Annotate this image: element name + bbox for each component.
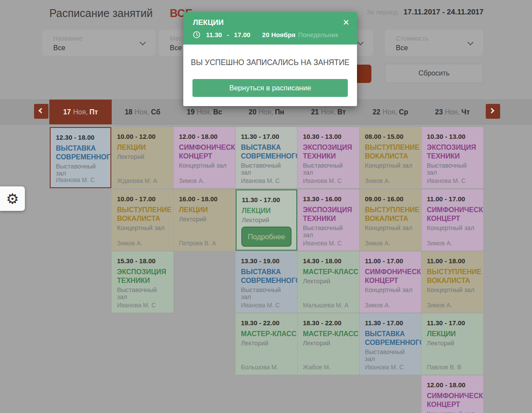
- event-time: 10.30 - 13.00: [303, 133, 354, 140]
- event-time: 11.00 - 18.00: [427, 257, 478, 265]
- event-location: Лекторий: [241, 340, 292, 347]
- event-person: Иванова М. С: [303, 240, 342, 247]
- period-value[interactable]: 17.11.2017 - 24.11.2017: [404, 8, 484, 17]
- event-card-18-3[interactable]: 15.30 - 18.00ЭКСПОЗИЦИЯ ТЕХНИКИВыставочн…: [112, 251, 173, 313]
- modal-body: ВЫ УСПЕШНО ЗАПИСАЛИСЬ НА ЗАНЯТИЕ Вернуть…: [183, 45, 357, 106]
- event-location: Выставочный зал: [303, 162, 354, 176]
- day-tab-mon: Ноя,: [382, 108, 397, 116]
- dropdown-name-value: Все: [53, 44, 65, 52]
- close-icon[interactable]: ✕: [343, 17, 350, 28]
- modal-weekday: Понедельник: [298, 31, 338, 38]
- event-person: Зимов А.: [365, 240, 390, 247]
- clock-icon: [193, 31, 200, 38]
- event-card-23-4[interactable]: 11.30 - 17.00ЛЕКЦИИЛекторийПавлов В. В: [422, 313, 483, 375]
- day-tab-23[interactable]: 23Ноя,Чт: [421, 100, 484, 124]
- event-card-21-4[interactable]: 18.30 - 22.00МАСТЕР-КЛАССЛекторийЖабов М…: [298, 313, 359, 375]
- event-time: 13.30 - 19.00: [241, 257, 292, 265]
- dropdown-cost[interactable]: Стоимость Все: [385, 30, 483, 56]
- chevron-right-icon: [489, 108, 494, 114]
- event-title: ВЫСТУПЛЕНИЕ ВОКАЛИСТА: [365, 206, 421, 223]
- modal-header: ЛЕКЦИИ 11.30 - 17.00 20 Ноября Понедельн…: [183, 12, 357, 45]
- event-time: 11.30 - 17.00: [242, 196, 291, 203]
- next-week-button[interactable]: [486, 104, 500, 119]
- event-card-21-2[interactable]: 13.30 - 16.00ЭКСПОЗИЦИЯ ТЕХНИКИВыставочн…: [298, 189, 359, 251]
- chevron-down-icon: [140, 39, 146, 45]
- event-title: СИМФОНИЧЕСКИЙ КОНЦЕРТ: [427, 206, 483, 223]
- event-card-19-2[interactable]: 16.00 - 18.00ЛЕКЦИИЛекторийПетрова В. А: [174, 189, 235, 251]
- event-person: Павлов В. В: [427, 364, 461, 371]
- event-person: Зимов А.: [179, 177, 204, 184]
- event-location: Концертный зал: [427, 286, 478, 293]
- event-person: Зимов А.: [365, 177, 390, 184]
- event-card-19-1[interactable]: 12.00 - 18.00СИМФОНИЧЕСКИЙ КОНЦЕРТКонцер…: [174, 127, 235, 188]
- event-person: Иванова М. С: [241, 177, 280, 184]
- day-tab-mon: Ноя,: [197, 108, 212, 116]
- dropdown-name[interactable]: Название Все: [42, 30, 155, 56]
- event-title: СИМФОНИЧЕСКИЙ КОНЦЕРТ: [179, 143, 235, 161]
- event-person: Иванова М. С: [303, 177, 342, 184]
- event-person: Иванова М. С: [241, 302, 280, 309]
- event-card-20-4[interactable]: 19.30 - 22.00МАСТЕР-КЛАССЛекторийБольшов…: [236, 313, 297, 375]
- event-card-23-3[interactable]: 11.00 - 18.00ВЫСТУПЛЕНИЕ ВОКАЛИСТАКонцер…: [422, 251, 483, 313]
- event-title: ЭКСПОЗИЦИЯ ТЕХНИКИ: [303, 206, 359, 223]
- chevron-down-icon: [467, 39, 474, 45]
- event-person: Зимов А.: [427, 240, 452, 247]
- prev-week-button[interactable]: [34, 104, 48, 119]
- booking-modal: ЛЕКЦИИ 11.30 - 17.00 20 Ноября Понедельн…: [183, 12, 357, 106]
- event-time: 12.00 - 18.00: [427, 381, 478, 389]
- day-tab-num: 19: [187, 108, 195, 116]
- dropdown-cost-value: Все: [396, 44, 408, 52]
- event-location: Концертный зал: [427, 410, 478, 413]
- day-tab-22[interactable]: 22Ноя,Ср: [359, 100, 422, 124]
- period-label: За период: [367, 8, 398, 16]
- event-person: Иванова М. С: [365, 364, 404, 371]
- event-location: Лекторий: [303, 340, 354, 347]
- event-card-22-3[interactable]: 11.00 - 17.00СИМФОНИЧЕСКИЙ КОНЦЕРТКонцер…: [360, 251, 421, 313]
- event-location: Концертный зал: [365, 162, 416, 169]
- event-card-23-1[interactable]: 10.30 - 13.00ЭКСПОЗИЦИЯ ТЕХНИКИВыставочн…: [422, 127, 483, 188]
- event-title: СИМФОНИЧЕСКИЙ КОНЦЕРТ: [365, 268, 421, 285]
- dropdown-place-value: Все: [170, 44, 182, 52]
- event-card-20-3[interactable]: 13.30 - 19.00ВЫСТАВКА СОВРЕМЕННОГОВыстав…: [236, 251, 297, 313]
- return-to-schedule-button[interactable]: Вернуться в расписание: [192, 79, 348, 97]
- event-time: 10.00 - 12.00: [117, 133, 168, 140]
- event-card-22-4[interactable]: 11.30 - 17.00ВЫСТАВКА СОВРЕМЕННОГОВыстав…: [360, 313, 421, 375]
- event-card-23-2[interactable]: 11.00 - 17.00СИМФОНИЧЕСКИЙ КОНЦЕРТКонцер…: [422, 189, 483, 251]
- dropdown-name-label: Название: [53, 34, 82, 42]
- dropdown-cost-label: Стоимость: [396, 34, 429, 42]
- event-card-22-1[interactable]: 08.00 - 15.00ВЫСТУПЛЕНИЕ ВОКАЛИСТАКонцер…: [360, 127, 421, 188]
- event-card-20-2[interactable]: 11.30 - 17.00ЛЕКЦИИЛекторийПодробнее: [236, 189, 297, 251]
- event-location: Выставочный зал: [56, 163, 105, 177]
- schedule-page: Расписание занятий ВСЕ За период 17.11.2…: [0, 0, 532, 413]
- event-title: ВЫСТАВКА СОВРЕМЕННОГО: [241, 143, 297, 161]
- details-button[interactable]: Подробнее: [241, 227, 292, 247]
- event-time: 11.00 - 17.00: [365, 257, 416, 265]
- event-title: ВЫСТУПЛЕНИЕ ВОКАЛИСТА: [365, 143, 421, 161]
- event-card-22-2[interactable]: 09.00 - 16.00ВЫСТУПЛЕНИЕ ВОКАЛИСТАКонцер…: [360, 189, 421, 251]
- event-location: Выставочный зал: [241, 286, 292, 300]
- event-title: ВЫСТУПЛЕНИЕ ВОКАЛИСТА: [427, 268, 483, 285]
- event-time: 09.00 - 16.00: [365, 195, 416, 203]
- event-card-21-1[interactable]: 10.30 - 13.00ЭКСПОЗИЦИЯ ТЕХНИКИВыставочн…: [298, 127, 359, 188]
- event-card-18-1[interactable]: 10.00 - 12.00ЛЕКЦИИЛекторийЖданова М. А: [112, 127, 173, 188]
- event-title: ВЫСТАВКА СОВРЕМЕННОГО: [56, 144, 110, 162]
- event-location: Выставочный зал: [365, 348, 416, 362]
- event-location: Выставочный зал: [427, 162, 478, 176]
- reset-button[interactable]: Сбросить: [385, 64, 483, 83]
- modal-time: 11.30 - 17.00: [206, 31, 251, 38]
- event-time: 10.30 - 13.00: [427, 133, 478, 140]
- page-title: Расписание занятий: [49, 7, 153, 20]
- event-card-17-1[interactable]: 12.30 - 18.00ВЫСТАВКА СОВРЕМЕННОГОВыстав…: [50, 127, 111, 188]
- event-card-23-5[interactable]: 12.00 - 18.00СИМФОНИЧЕСКИЙ КОНЦЕРТКонцер…: [422, 375, 483, 413]
- event-card-18-2[interactable]: 10.00 - 17.00ВЫСТУПЛЕНИЕ ВОКАЛИСТАКонцер…: [112, 189, 173, 251]
- event-title: ЭКСПОЗИЦИЯ ТЕХНИКИ: [303, 143, 359, 161]
- settings-button[interactable]: ⚙: [0, 186, 25, 211]
- day-tab-num: 23: [435, 108, 443, 116]
- day-tab-18[interactable]: 18Ноя,Сб: [111, 100, 174, 124]
- day-tab-num: 17: [63, 108, 71, 116]
- event-card-20-1[interactable]: 11.30 - 17.00ВЫСТАВКА СОВРЕМЕННОГОВыстав…: [236, 127, 297, 188]
- event-card-21-3[interactable]: 14.30 - 18.00МАСТЕР-КЛАССЛекторийМалышев…: [298, 251, 359, 313]
- event-location: Лекторий: [242, 217, 291, 224]
- event-time: 12.30 - 18.00: [56, 134, 105, 141]
- day-tab-17[interactable]: 17Ноя,Пт: [49, 100, 112, 124]
